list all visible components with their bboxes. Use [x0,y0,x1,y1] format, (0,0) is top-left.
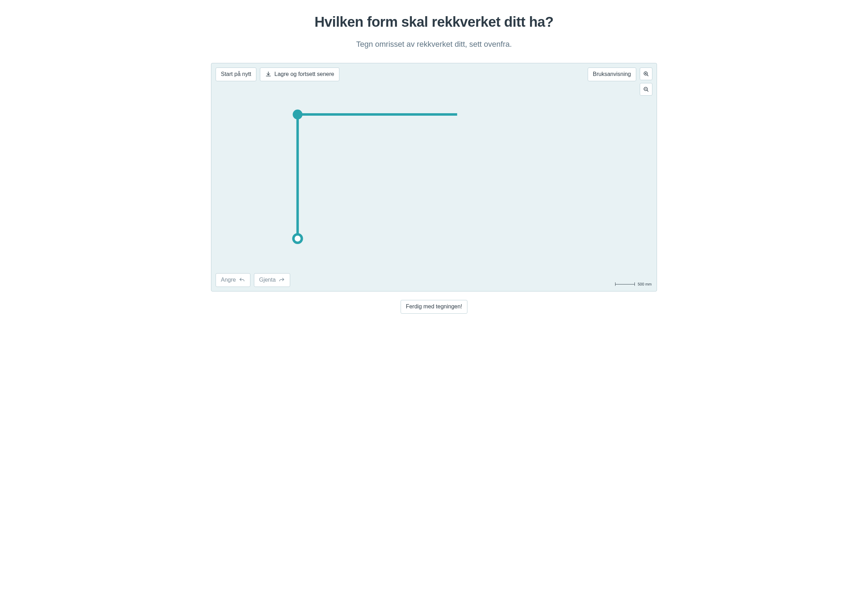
save-continue-label: Lagre og fortsett senere [274,71,334,78]
svg-line-5 [647,90,648,91]
drawing-svg [211,63,657,291]
drawing-area[interactable] [211,63,657,291]
download-icon [265,71,271,77]
restart-label: Start på nytt [221,71,251,78]
restart-button[interactable]: Start på nytt [215,68,256,81]
zoom-in-icon [643,71,649,77]
done-label: Ferdig med tegningen! [406,303,462,310]
redo-button[interactable]: Gjenta [254,273,290,287]
header: Hvilken form skal rekkverket ditt ha? Te… [211,14,657,49]
page-subtitle: Tegn omrisset av rekkverket ditt, sett o… [211,40,657,49]
redo-icon [279,277,285,284]
scale-indicator: 500 mm [615,282,652,286]
svg-line-1 [647,75,648,76]
drawing-canvas[interactable]: Start på nytt Lagre og fortsett senere B… [211,63,657,291]
drawing-node-start[interactable] [293,110,302,119]
page-title: Hvilken form skal rekkverket ditt ha? [211,14,657,30]
scale-label: 500 mm [638,282,652,286]
zoom-in-button[interactable] [640,68,653,80]
undo-label: Angre [221,276,236,284]
save-continue-button[interactable]: Lagre og fortsett senere [260,68,339,81]
instructions-label: Bruksanvisning [593,71,631,78]
redo-label: Gjenta [259,276,276,284]
drawing-node-end[interactable] [293,234,302,243]
zoom-out-icon [643,86,649,93]
zoom-out-button[interactable] [640,83,653,96]
scale-bar [615,282,635,286]
undo-icon [239,277,245,284]
instructions-button[interactable]: Bruksanvisning [588,68,637,81]
undo-button[interactable]: Angre [215,273,250,287]
done-button[interactable]: Ferdig med tegningen! [401,300,467,314]
